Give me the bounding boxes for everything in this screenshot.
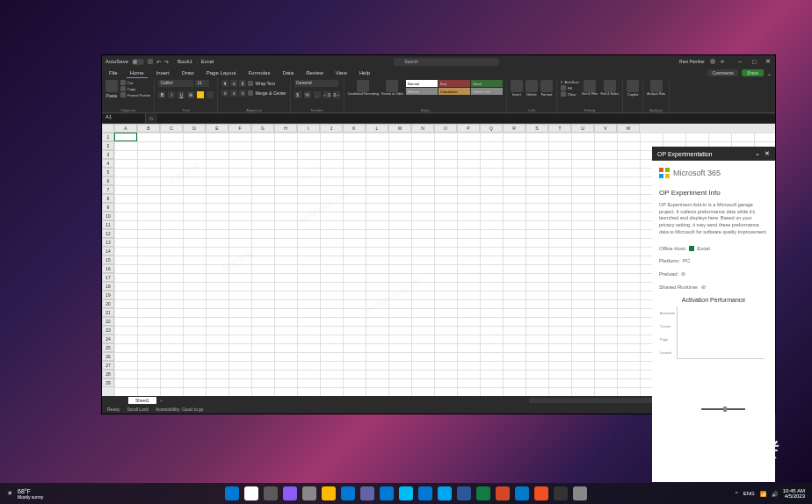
font-color-button[interactable]: A: [207, 91, 214, 98]
tab-pagelayout[interactable]: Page Layout: [203, 68, 240, 77]
comma-button[interactable]: ,: [314, 91, 321, 98]
redo-icon[interactable]: ↷: [164, 59, 169, 65]
row-header-26[interactable]: 26: [102, 352, 114, 361]
active-cell-a1[interactable]: [114, 133, 137, 141]
col-header-D[interactable]: D: [183, 124, 206, 133]
zoom-slider[interactable]: [701, 408, 745, 410]
panel-menu-icon[interactable]: ⌄: [755, 150, 760, 157]
col-header-B[interactable]: B: [137, 124, 160, 133]
col-header-V[interactable]: V: [594, 124, 617, 133]
row-header-8[interactable]: 8: [102, 194, 114, 203]
fill-button[interactable]: Fill: [561, 85, 579, 90]
delete-cells-button[interactable]: Delete: [526, 80, 538, 97]
undo-icon[interactable]: ↶: [156, 59, 161, 65]
tray-volume-icon[interactable]: 🔊: [772, 491, 778, 497]
row-header-22[interactable]: 22: [102, 317, 114, 326]
row-header-25[interactable]: 25: [102, 343, 114, 352]
taskbar-app1-icon[interactable]: [380, 486, 394, 500]
col-header-O[interactable]: O: [434, 124, 457, 133]
taskbar-outlook-icon[interactable]: [418, 486, 432, 500]
sort-filter-button[interactable]: Sort & Filter: [582, 80, 598, 96]
col-header-F[interactable]: F: [228, 124, 251, 133]
fx-icon[interactable]: fx: [146, 116, 157, 121]
format-painter-button[interactable]: Format Painter: [120, 92, 150, 97]
copilot-button[interactable]: Copilot: [627, 80, 639, 97]
taskbar-search-icon[interactable]: [244, 486, 258, 500]
number-format-select[interactable]: General: [294, 80, 338, 87]
add-sheet-button[interactable]: +: [156, 398, 166, 403]
row-header-23[interactable]: 23: [102, 326, 114, 335]
align-right-button[interactable]: ≡: [239, 90, 246, 97]
align-top-button[interactable]: ⬆: [221, 80, 228, 87]
row-header-21[interactable]: 21: [102, 308, 114, 317]
row-header-27[interactable]: 27: [102, 361, 114, 370]
taskbar-explorer-icon[interactable]: [322, 486, 336, 500]
insert-cells-button[interactable]: Insert: [511, 80, 523, 97]
col-header-P[interactable]: P: [457, 124, 480, 133]
row-header-17[interactable]: 17: [102, 273, 114, 282]
merge-center-button[interactable]: Merge & Center: [248, 90, 286, 97]
col-header-S[interactable]: S: [526, 124, 548, 133]
taskbar-edge-icon[interactable]: [341, 486, 355, 500]
percent-button[interactable]: %: [304, 91, 311, 98]
user-name[interactable]: Ravi Panther: [679, 59, 705, 64]
border-button[interactable]: ⊞: [187, 91, 194, 98]
format-cells-button[interactable]: Format: [540, 80, 553, 97]
tray-clock[interactable]: 10:45 AM 4/5/2023: [783, 488, 805, 499]
col-header-M[interactable]: M: [388, 124, 411, 133]
autosave-toggle[interactable]: [132, 59, 144, 65]
taskbar-settings-icon[interactable]: [302, 486, 316, 500]
taskbar-store-icon[interactable]: [438, 486, 452, 500]
tab-file[interactable]: File: [105, 68, 121, 77]
format-as-table-button[interactable]: Format as Table: [381, 80, 403, 96]
row-header-29[interactable]: 29: [102, 378, 114, 387]
style-good[interactable]: Good: [471, 80, 503, 87]
tab-data[interactable]: Data: [279, 68, 297, 77]
col-header-T[interactable]: T: [548, 124, 571, 133]
underline-button[interactable]: U: [178, 91, 185, 98]
row-header-13[interactable]: 13: [102, 238, 114, 247]
row-header-5[interactable]: 5: [102, 168, 114, 176]
maximize-button[interactable]: □: [750, 58, 758, 65]
cut-button[interactable]: Cut: [120, 80, 150, 85]
sync-icon[interactable]: ⟳: [721, 59, 724, 64]
row-header-2[interactable]: 2: [102, 141, 114, 150]
style-normal[interactable]: Normal: [406, 80, 438, 87]
taskbar-word-icon[interactable]: [457, 486, 471, 500]
font-size-select[interactable]: 11: [195, 80, 209, 87]
align-center-button[interactable]: ≡: [230, 90, 237, 97]
paste-button[interactable]: Paste: [105, 80, 118, 98]
avatar[interactable]: [710, 59, 715, 64]
panel-close-icon[interactable]: ✕: [765, 150, 770, 157]
row-header-18[interactable]: 18: [102, 282, 114, 291]
find-select-button[interactable]: Find & Select: [600, 80, 619, 96]
comments-button[interactable]: Comments: [707, 69, 737, 76]
col-header-E[interactable]: E: [206, 124, 228, 133]
tab-help[interactable]: Help: [356, 68, 373, 77]
taskbar-powerpoint-icon[interactable]: [496, 486, 510, 500]
share-button[interactable]: Share: [742, 69, 764, 76]
align-bottom-button[interactable]: ⬇: [239, 80, 246, 87]
formula-input[interactable]: [157, 114, 775, 123]
name-box[interactable]: A1: [102, 114, 146, 123]
taskbar-excel-icon[interactable]: [476, 486, 490, 500]
taskbar-chrome-icon[interactable]: [534, 486, 548, 500]
conditional-formatting-button[interactable]: Conditional Formatting: [348, 80, 379, 96]
tray-chevron-icon[interactable]: ^: [736, 491, 738, 496]
row-header-24[interactable]: 24: [102, 335, 114, 343]
style-check-cell[interactable]: Check Cell: [471, 88, 503, 95]
col-header-N[interactable]: N: [411, 124, 434, 133]
taskbar-app3-icon[interactable]: [573, 486, 587, 500]
col-header-Q[interactable]: Q: [480, 124, 503, 133]
row-header-19[interactable]: 19: [102, 291, 114, 299]
tab-home[interactable]: Home: [127, 68, 148, 78]
taskbar-vscode-icon[interactable]: [515, 486, 529, 500]
row-header-1[interactable]: 1: [102, 133, 114, 141]
row-header-14[interactable]: 14: [102, 247, 114, 256]
save-icon[interactable]: [148, 59, 153, 64]
align-left-button[interactable]: ≡: [221, 90, 228, 97]
currency-button[interactable]: $: [294, 91, 301, 98]
col-header-G[interactable]: G: [251, 124, 274, 133]
align-mid-button[interactable]: ≡: [230, 80, 237, 87]
font-name-select[interactable]: Calibri: [158, 80, 193, 87]
